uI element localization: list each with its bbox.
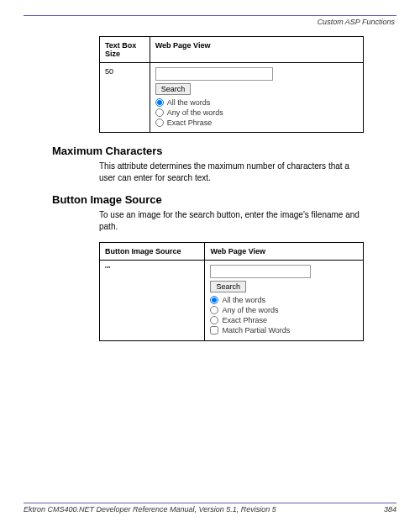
search-text-input-2[interactable] — [210, 265, 311, 278]
body-button-image: To use an image for the search button, e… — [99, 209, 360, 232]
radio-all-2[interactable] — [210, 296, 218, 304]
th-webpage-view-2: Web Page View — [205, 243, 364, 261]
opt-any-row-2[interactable]: Any of the words — [210, 305, 358, 315]
th-webpage-view: Web Page View — [150, 37, 363, 63]
radio-all[interactable] — [155, 98, 164, 107]
td-button-image-value: "" — [100, 261, 205, 341]
radio-exact[interactable] — [155, 119, 164, 127]
header-label: Custom ASP Functions — [24, 18, 396, 26]
footer-left: Ektron CMS400.NET Developer Reference Ma… — [24, 505, 276, 514]
button-image-table: Button Image Source Web Page View "" Sea… — [99, 242, 364, 341]
td-widget-preview-2: Search All the words Any of the words Ex… — [205, 261, 364, 341]
td-size-value: 50 — [100, 63, 150, 133]
opt-all-row-2[interactable]: All the words — [210, 295, 358, 305]
radio-any-2[interactable] — [210, 306, 218, 314]
radio-any[interactable] — [155, 108, 164, 117]
th-button-image-src: Button Image Source — [100, 243, 205, 261]
header-rule — [24, 15, 396, 16]
footer-page-number: 384 — [384, 505, 396, 514]
check-match-label-2: Match Partial Words — [222, 325, 290, 335]
radio-all-label: All the words — [167, 97, 211, 108]
radio-any-label: Any of the words — [167, 108, 223, 118]
search-button[interactable]: Search — [155, 83, 192, 95]
th-textbox-size: Text Box Size — [100, 37, 150, 63]
radio-exact-2[interactable] — [210, 316, 218, 324]
opt-all-row[interactable]: All the words — [155, 97, 358, 108]
heading-button-image: Button Image Source — [52, 193, 396, 206]
radio-all-label-2: All the words — [222, 295, 265, 305]
body-max-chars: This attribute determines the maximum nu… — [99, 161, 360, 183]
check-match-2[interactable] — [210, 326, 218, 334]
opt-exact-row-2[interactable]: Exact Phrase — [210, 315, 358, 325]
heading-max-chars: Maximum Characters — [52, 145, 396, 157]
radio-any-label-2: Any of the words — [222, 305, 278, 315]
opt-any-row[interactable]: Any of the words — [155, 108, 358, 118]
td-widget-preview: Search All the words Any of the words Ex… — [150, 63, 363, 133]
footer-rule — [24, 503, 396, 503]
textbox-size-table: Text Box Size Web Page View 50 Search Al… — [99, 36, 364, 133]
opt-match-row-2[interactable]: Match Partial Words — [210, 325, 358, 335]
opt-exact-row[interactable]: Exact Phrase — [155, 118, 358, 128]
search-button-2[interactable]: Search — [210, 281, 246, 292]
radio-exact-label-2: Exact Phrase — [222, 315, 267, 325]
clipped-preview: Search All the words Any of the words Ex… — [155, 67, 358, 128]
search-text-input[interactable] — [155, 67, 273, 81]
footer: Ektron CMS400.NET Developer Reference Ma… — [24, 503, 396, 514]
radio-exact-label: Exact Phrase — [167, 118, 213, 128]
